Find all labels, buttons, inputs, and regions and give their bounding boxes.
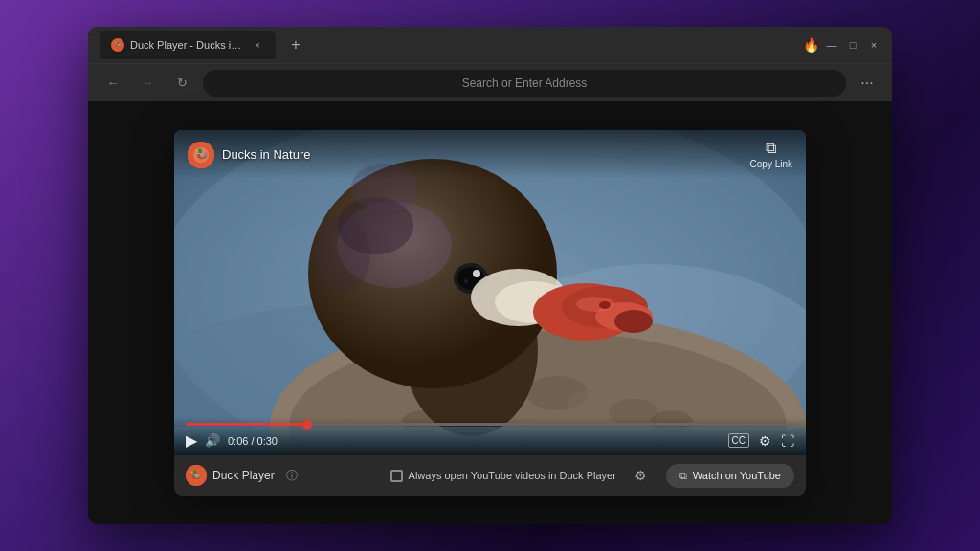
new-tab-button[interactable]: + — [283, 33, 308, 57]
video-overlay-top: 🦆 Ducks in Nature ⧉ Copy Link — [174, 130, 806, 179]
content-area: 🦆 Ducks in Nature ⧉ Copy Link — [88, 101, 892, 524]
progress-dot — [302, 420, 312, 430]
back-button[interactable]: ← — [100, 70, 126, 97]
progress-fill — [186, 423, 307, 426]
always-open-checkbox[interactable] — [390, 470, 403, 482]
close-window-button[interactable]: × — [867, 38, 880, 52]
controls-row: ▶ 🔊 0:06 / 0:30 CC ⚙ ⛶ — [186, 431, 794, 450]
svg-point-21 — [473, 270, 480, 277]
external-link-icon: ⧉ — [679, 470, 687, 482]
title-bar: 🦆 Duck Player - Ducks in Natur... × + 🔥 … — [88, 27, 892, 63]
bottom-bar: 🦆 Duck Player ⓘ Always open YouTube vide… — [174, 455, 806, 496]
captions-button[interactable]: CC — [728, 433, 749, 448]
duck-player: 🦆 Ducks in Nature ⧉ Copy Link — [174, 130, 806, 496]
forward-button[interactable]: → — [134, 70, 161, 97]
info-icon[interactable]: ⓘ — [286, 468, 298, 484]
minimize-button[interactable]: — — [825, 38, 838, 52]
address-text: Search or Enter Address — [216, 77, 833, 90]
play-button[interactable]: ▶ — [186, 431, 197, 450]
time-display: 0:06 / 0:30 — [228, 435, 278, 447]
tab-title: Duck Player - Ducks in Natur... — [130, 39, 245, 51]
video-controls: ▶ 🔊 0:06 / 0:30 CC ⚙ ⛶ — [174, 417, 806, 455]
browser-tab[interactable]: 🦆 Duck Player - Ducks in Natur... × — [100, 31, 276, 59]
copy-link-label: Copy Link — [750, 159, 792, 169]
settings-button[interactable]: ⚙ — [759, 433, 771, 449]
duck-player-label: Duck Player — [212, 469, 275, 482]
copy-link-button[interactable]: ⧉ Copy Link — [750, 140, 792, 169]
svg-text:🦆: 🦆 — [189, 469, 203, 482]
logo-icon: 🦆 — [186, 465, 207, 486]
settings-gear-button[interactable]: ⚙ — [628, 462, 655, 489]
watch-youtube-label: Watch on YouTube — [693, 470, 781, 481]
tab-close-button[interactable]: × — [251, 38, 264, 52]
address-bar[interactable]: Search or Enter Address — [203, 70, 846, 97]
flame-icon: 🔥 — [804, 38, 817, 52]
video-frame — [174, 130, 806, 455]
refresh-button[interactable]: ↻ — [168, 70, 195, 97]
svg-point-22 — [464, 279, 468, 283]
duck-player-logo: 🦆 Duck Player — [186, 465, 275, 486]
channel-icon: 🦆 — [188, 142, 214, 168]
volume-button[interactable]: 🔊 — [205, 433, 220, 448]
always-open-label: Always open YouTube videos in Duck Playe… — [409, 470, 616, 481]
svg-point-28 — [614, 310, 653, 333]
maximize-button[interactable]: □ — [846, 38, 859, 52]
fullscreen-button[interactable]: ⛶ — [781, 433, 794, 449]
copy-link-icon: ⧉ — [766, 140, 776, 157]
svg-point-32 — [313, 216, 370, 293]
navigation-bar: ← → ↻ Search or Enter Address ··· — [88, 63, 892, 101]
browser-menu-button[interactable]: ··· — [854, 70, 880, 97]
browser-window: 🦆 Duck Player - Ducks in Natur... × + 🔥 … — [88, 27, 892, 524]
video-container[interactable]: 🦆 Ducks in Nature ⧉ Copy Link — [174, 130, 806, 455]
always-open-section: Always open YouTube videos in Duck Playe… — [390, 470, 616, 482]
svg-point-30 — [599, 301, 611, 309]
right-controls: CC ⚙ ⛶ — [728, 433, 794, 449]
tab-favicon: 🦆 — [111, 38, 124, 52]
channel-info: 🦆 Ducks in Nature — [188, 142, 310, 168]
watch-on-youtube-button[interactable]: ⧉ Watch on YouTube — [666, 464, 794, 488]
svg-text:🦆: 🦆 — [194, 147, 209, 162]
channel-name: Ducks in Nature — [222, 147, 310, 162]
svg-text:🦆: 🦆 — [115, 41, 122, 49]
progress-bar[interactable] — [186, 423, 794, 426]
window-controls: 🔥 — □ × — [804, 38, 880, 52]
